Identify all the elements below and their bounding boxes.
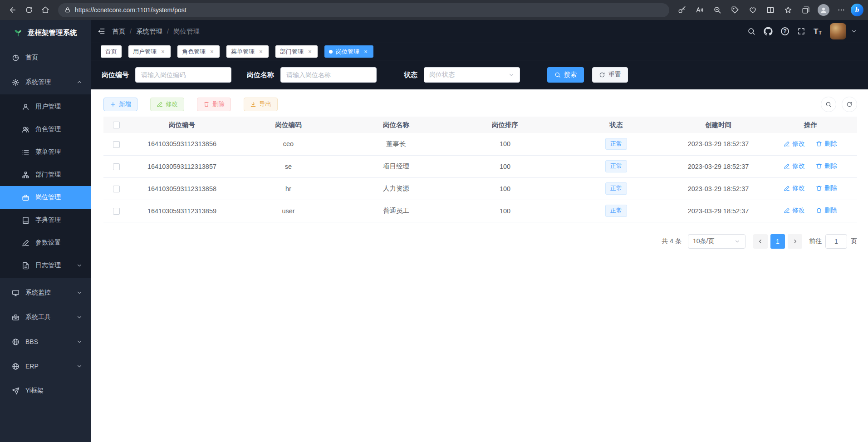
next-page-button[interactable] [788, 234, 802, 249]
sidebar-item-log-management[interactable]: 日志管理 [0, 254, 91, 277]
sidebar-item-post-management[interactable]: 岗位管理 [0, 186, 91, 209]
chevron-up-icon [76, 79, 83, 85]
toggle-search-button[interactable] [821, 97, 836, 112]
sidebar-item-system-monitoring[interactable]: 系统监控 [0, 280, 91, 305]
sidebar-item-system-tools[interactable]: 系统工具 [0, 305, 91, 329]
coupons-icon[interactable] [727, 2, 743, 18]
close-icon[interactable]: × [160, 49, 166, 55]
sidebar-item-parameter-settings[interactable]: 参数设置 [0, 231, 91, 254]
tab-home[interactable]: 首页 [101, 45, 122, 58]
breadcrumb-system[interactable]: 系统管理 [136, 27, 162, 36]
sidebar-item-role-management[interactable]: 角色管理 [0, 118, 91, 141]
column-post-name: 岗位名称 [342, 117, 451, 133]
favorites-icon[interactable] [780, 2, 796, 18]
export-button[interactable]: 导出 [244, 98, 278, 111]
fullscreen-icon[interactable] [797, 27, 805, 35]
row-checkbox[interactable] [113, 141, 120, 148]
delete-button[interactable]: 删除 [197, 98, 231, 111]
search-icon[interactable] [747, 27, 755, 35]
bing-chat-icon[interactable]: b [851, 4, 863, 16]
select-all-checkbox[interactable] [113, 122, 120, 128]
collections-icon[interactable] [798, 2, 814, 18]
row-checkbox[interactable] [113, 208, 120, 215]
tab-department-management[interactable]: 部门管理 × [275, 45, 318, 58]
sidebar-item-system-management[interactable]: 系统管理 [0, 70, 91, 94]
sidebar-item-department-management[interactable]: 部门管理 [0, 163, 91, 186]
edit-icon [22, 239, 29, 247]
close-icon[interactable]: × [307, 49, 313, 55]
sidebar-collapse-button[interactable] [97, 27, 105, 35]
goto-page-input[interactable] [825, 234, 847, 249]
chevron-down-icon [76, 314, 83, 320]
close-icon[interactable]: × [363, 49, 369, 55]
browser-essentials-icon[interactable] [745, 2, 761, 18]
browser-back-button[interactable] [5, 2, 21, 18]
sidebar-item-erp[interactable]: ERP [0, 354, 91, 378]
page-size-select[interactable]: 10条/页 [688, 234, 745, 249]
row-edit-link[interactable]: 修改 [784, 206, 805, 215]
split-screen-icon[interactable] [762, 2, 779, 18]
breadcrumb-home[interactable]: 首页 [112, 27, 125, 36]
sidebar-item-bbs[interactable]: BBS [0, 329, 91, 354]
user-avatar[interactable] [830, 23, 846, 39]
page-number-button[interactable]: 1 [770, 234, 785, 249]
sidebar-item-user-management[interactable]: 用户管理 [0, 95, 91, 118]
search-button[interactable]: 搜索 [547, 67, 584, 83]
row-edit-link[interactable]: 修改 [784, 140, 805, 148]
globe-icon [12, 338, 20, 346]
edit-button[interactable]: 修改 [150, 98, 184, 111]
refresh-icon [846, 101, 853, 108]
read-aloud-icon[interactable] [691, 2, 708, 18]
row-delete-link[interactable]: 删除 [816, 184, 837, 192]
org-tree-icon [22, 171, 29, 179]
row-edit-link[interactable]: 修改 [784, 184, 805, 192]
tab-menu-management[interactable]: 菜单管理 × [226, 45, 269, 58]
sidebar-item-dictionary-management[interactable]: 字典管理 [0, 209, 91, 231]
reset-button[interactable]: 重置 [592, 67, 628, 83]
font-size-icon[interactable]: TT [814, 28, 822, 35]
row-delete-link[interactable]: 删除 [816, 162, 837, 170]
post-name-input[interactable] [280, 67, 377, 83]
cell-post-code: hr [235, 177, 342, 200]
chevron-left-icon [757, 238, 764, 245]
password-key-icon[interactable] [674, 2, 690, 18]
row-checkbox[interactable] [113, 186, 120, 192]
sidebar-item-yi-framework[interactable]: Yi框架 [0, 378, 91, 403]
address-bar[interactable]: https://ccnetcore.com:1101/system/post [58, 3, 669, 17]
prev-page-button[interactable] [753, 234, 768, 249]
refresh-table-button[interactable] [842, 97, 857, 112]
zoom-icon[interactable] [709, 2, 726, 18]
tab-user-management[interactable]: 用户管理 × [128, 45, 171, 58]
row-delete-link[interactable]: 删除 [816, 206, 837, 215]
cell-post-id: 1641030593112313857 [129, 155, 235, 177]
tab-role-management[interactable]: 角色管理 × [177, 45, 220, 58]
sidebar-menu: 首页 系统管理 用户管理 角色管理 菜单管理 [0, 45, 91, 442]
browser-profile-button[interactable] [815, 2, 832, 18]
close-icon[interactable]: × [258, 49, 264, 55]
table-header-row: 岗位编号 岗位编码 岗位名称 岗位排序 状态 创建时间 操作 [103, 117, 857, 133]
document-icon [22, 262, 29, 270]
column-created: 创建时间 [673, 117, 764, 133]
close-icon[interactable]: × [209, 49, 215, 55]
browser-home-button[interactable] [37, 2, 54, 18]
sidebar-item-home[interactable]: 首页 [0, 45, 91, 70]
gear-icon [12, 79, 20, 86]
tab-post-management[interactable]: 岗位管理 × [324, 45, 373, 58]
send-icon [12, 387, 20, 395]
main-panel: 首页 / 系统管理 / 岗位管理 ? TT [91, 20, 868, 442]
browser-refresh-button[interactable] [21, 2, 37, 18]
add-button[interactable]: 新增 [103, 98, 137, 111]
status-select[interactable]: 岗位状态 [424, 67, 520, 83]
github-icon[interactable] [764, 27, 773, 36]
cell-created: 2023-03-29 18:52:37 [673, 155, 764, 177]
row-checkbox[interactable] [113, 163, 120, 170]
row-delete-link[interactable]: 删除 [816, 140, 837, 148]
app-logo: 意框架管理系统 [0, 20, 91, 45]
active-dot-icon [329, 50, 333, 54]
help-icon[interactable]: ? [781, 27, 789, 35]
sidebar-item-menu-management[interactable]: 菜单管理 [0, 141, 91, 163]
globe-icon [12, 363, 20, 370]
row-edit-link[interactable]: 修改 [784, 162, 805, 170]
browser-settings-menu-icon[interactable] [833, 2, 849, 18]
post-code-input[interactable] [135, 67, 231, 83]
